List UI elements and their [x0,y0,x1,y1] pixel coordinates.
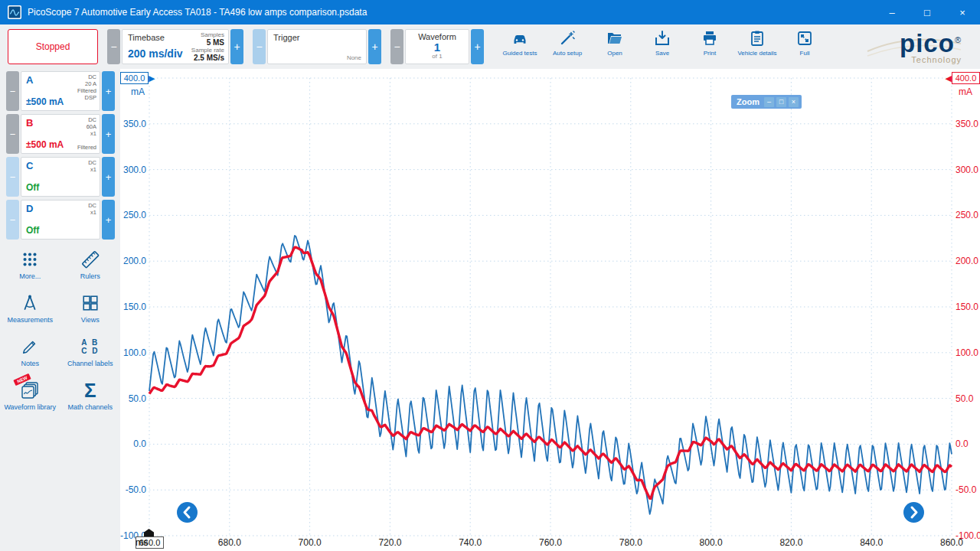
trigger-mode: None [347,54,361,61]
svg-text:50.0: 50.0 [956,393,974,404]
svg-text:680.0: 680.0 [218,537,241,548]
notes-button[interactable]: Notes [0,336,60,367]
close-button[interactable]: × [945,0,980,24]
svg-text:150.0: 150.0 [956,302,978,312]
scroll-right-button[interactable] [903,502,924,523]
channel-b-increase-button[interactable]: + [102,114,115,154]
timebase-increase-button[interactable]: + [230,29,243,64]
channel-c-panel[interactable]: C DC x1 Off [21,157,100,197]
guided-tests-button[interactable]: Guided tests [498,28,542,66]
channel-b-info: DC 60A x1 [87,116,96,137]
measurements-button[interactable]: Measurements [0,292,60,324]
svg-text:-50.0: -50.0 [126,484,147,495]
minimize-button[interactable]: – [874,0,910,24]
svg-text:760.0: 760.0 [539,537,562,548]
toolbar: Stopped − Timebase 200 ms/div Samples 5 … [0,24,980,69]
channel-d-increase-button[interactable]: + [102,200,115,240]
waveform-previous-button[interactable]: − [390,29,403,64]
svg-text:100.0: 100.0 [123,347,146,358]
save-icon [653,28,671,47]
window-controls: – □ × [874,0,980,24]
svg-text:250.0: 250.0 [123,210,146,220]
channel-c-increase-button[interactable]: + [102,157,115,197]
channel-b-decrease-button[interactable]: − [6,114,19,154]
trigger-panel[interactable]: Trigger None [267,29,367,64]
open-button[interactable]: Open [593,28,637,66]
trigger-increase-button[interactable]: + [368,29,381,64]
waveform-count: of 1 [406,53,469,60]
chevron-left-icon [177,502,198,523]
auto-setup-button[interactable]: Auto setup [545,28,590,66]
stopped-button[interactable]: Stopped [8,29,98,64]
svg-text:300.0: 300.0 [956,165,978,175]
dots-grid-icon [21,249,39,269]
svg-text:700.0: 700.0 [299,537,322,548]
zoom-overlay[interactable]: Zoom – □ × [731,95,802,109]
x-axis-indicator[interactable]: 660.0 ms [136,536,164,549]
left-axis-indicator[interactable]: 400.0 ▶ [120,72,155,84]
waveform-plot[interactable]: 350.0350.0300.0300.0250.0250.0200.0200.0… [120,69,980,551]
channel-d-decrease-button[interactable]: − [6,200,19,240]
zoom-close-button[interactable]: × [789,97,799,107]
trigger-decrease-button[interactable]: − [253,29,266,64]
scroll-left-button[interactable] [177,502,198,523]
timebase-decrease-button[interactable]: − [107,29,120,64]
channel-labels-icon: A BC D [81,336,99,357]
views-button[interactable]: Views [60,292,121,324]
save-button[interactable]: Save [640,28,684,66]
channel-labels-button[interactable]: A BC D Channel labels [60,336,121,367]
right-axis-top-value[interactable]: 400.0 [952,72,980,84]
channel-c-decrease-button[interactable]: − [6,157,19,197]
channel-a-decrease-button[interactable]: − [6,71,19,111]
channel-a-panel[interactable]: A DC 20 A Filtered DSP ±500 mA [21,71,100,111]
svg-text:820.0: 820.0 [779,537,802,548]
channel-d-panel[interactable]: D DC x1 Off [21,200,100,240]
rulers-button[interactable]: Rulers [60,249,121,280]
zoom-maximize-button[interactable]: □ [776,97,786,107]
views-grid-icon [81,292,100,313]
timebase-group: − Timebase 200 ms/div Samples 5 MS Sampl… [107,29,243,64]
channel-a-increase-button[interactable]: + [102,71,115,111]
chevron-right-icon [903,502,924,523]
channel-c-id: C [26,160,33,171]
svg-text:200.0: 200.0 [123,256,146,266]
channel-c-range: Off [26,182,39,193]
sample-rate-value: 2.5 MS/s [191,54,224,62]
pico-brand: pico® [866,27,962,57]
channel-b-row: − B DC 60A x1 ±500 mA Filtered + [6,114,115,154]
trigger-group: − Trigger None + [253,29,381,64]
svg-text:200.0: 200.0 [956,256,978,266]
channel-c-info: DC x1 [88,159,96,173]
left-axis-arrow-icon: ▶ [149,72,155,84]
channel-b-panel[interactable]: B DC 60A x1 ±500 mA Filtered [21,114,100,154]
more-button[interactable]: More... [0,249,60,280]
folder-icon [606,28,624,47]
pico-technology-label: Technology [866,55,962,64]
waveform-library-button[interactable]: NEW Waveform library [0,380,60,411]
right-axis-arrow-icon: ◀ [946,72,952,84]
channel-a-id: A [26,74,33,86]
right-axis-indicator[interactable]: ◀ 400.0 [946,72,980,84]
channel-d-row: − D DC x1 Off + [6,200,115,240]
channel-d-info: DC x1 [88,202,96,216]
vehicle-details-button[interactable]: Vehicle details [735,28,779,66]
math-channels-button[interactable]: Σ Math channels [60,380,121,411]
waveform-chart: 350.0350.0300.0300.0250.0250.0200.0200.0… [120,69,980,551]
waveform-panel[interactable]: Waveform 1 of 1 [405,29,469,64]
maximize-button[interactable]: □ [910,0,945,24]
print-button[interactable]: Print [688,28,732,66]
full-screen-button[interactable]: Full [782,28,827,66]
ruler-icon [80,249,100,269]
app-icon [8,5,21,19]
zoom-minimize-button[interactable]: – [764,97,774,107]
clipboard-icon [748,28,766,47]
channel-b-range: ±500 mA [26,139,64,150]
svg-text:860.0: 860.0 [940,537,963,548]
sample-info: Samples 5 MS Sample rate 2.5 MS/s [191,31,224,62]
left-axis-top-value[interactable]: 400.0 [120,72,149,84]
waveform-next-button[interactable]: + [471,29,484,64]
svg-text:150.0: 150.0 [123,302,146,312]
channel-c-row: − C DC x1 Off + [6,157,115,197]
sigma-icon: Σ [84,380,96,400]
timebase-panel[interactable]: Timebase 200 ms/div Samples 5 MS Sample … [122,29,229,64]
